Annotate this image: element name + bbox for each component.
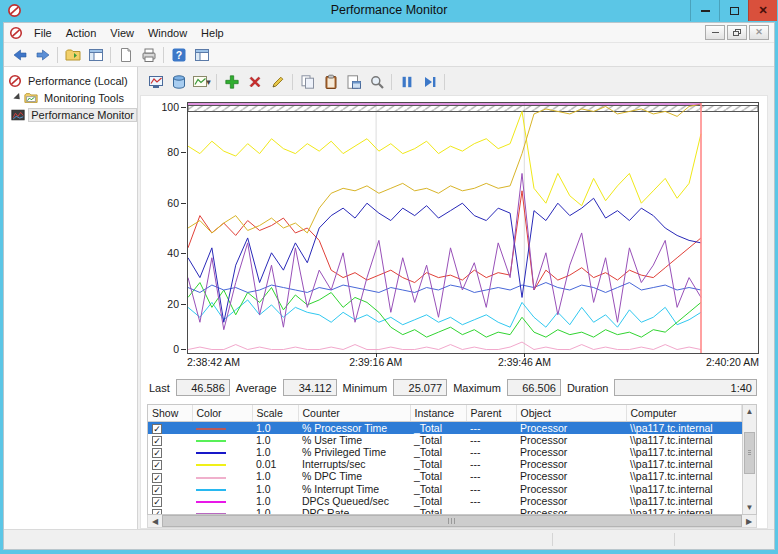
object-cell: Processor <box>516 434 626 446</box>
vertical-scroll-track[interactable] <box>743 418 756 501</box>
maximize-button[interactable] <box>719 0 748 21</box>
scroll-up-arrow-icon[interactable]: ▲ <box>743 405 756 418</box>
tree-item-performance-local-[interactable]: Performance (Local) <box>4 72 137 89</box>
counter-cell: % Privileged Time <box>298 446 410 458</box>
update-data-button[interactable] <box>418 72 441 92</box>
parent-cell: --- <box>466 507 516 515</box>
zoom-button[interactable] <box>365 72 388 92</box>
x-axis-tick-label: 2:40:20 AM <box>706 356 759 368</box>
counter-row[interactable]: ✓1.0DPCs Queued/sec_Total---Processor\\p… <box>148 495 742 507</box>
x-axis-tick <box>376 353 377 357</box>
show-checkbox[interactable]: ✓ <box>152 424 162 434</box>
column-header-parent[interactable]: Parent <box>466 405 516 421</box>
counter-cell: % DPC Time <box>298 470 410 482</box>
counter-row[interactable]: ✓1.0% DPC Time_Total---Processor\\pa117.… <box>148 470 742 482</box>
tree-item-monitoring-tools[interactable]: Monitoring Tools <box>4 89 137 106</box>
help-icon: ? <box>171 47 187 63</box>
vertical-scroll-thumb[interactable] <box>744 432 755 474</box>
delete-button[interactable] <box>243 72 266 92</box>
show-checkbox[interactable]: ✓ <box>152 436 162 446</box>
view-log-data-button[interactable] <box>167 72 190 92</box>
counter-row[interactable]: ✓1.0% Privileged Time_Total---Processor\… <box>148 446 742 458</box>
counter-row[interactable]: ✓1.0% User Time_Total---Processor\\pa117… <box>148 434 742 446</box>
counter-row[interactable]: ✓1.0% Interrupt Time_Total---Processor\\… <box>148 483 742 495</box>
tree-item-performance-monitor[interactable]: Performance Monitor <box>4 106 137 123</box>
menu-item-window[interactable]: Window <box>141 24 194 42</box>
freeze-display-button[interactable] <box>395 72 418 92</box>
back-icon <box>12 47 28 63</box>
horizontal-scroll-thumb[interactable] <box>162 515 742 527</box>
back-button[interactable] <box>8 45 31 65</box>
column-header-object[interactable]: Object <box>516 405 626 421</box>
title-bar[interactable]: Performance Monitor ✕ <box>0 0 778 22</box>
status-bar-separator <box>674 533 675 546</box>
column-header-show[interactable]: Show <box>148 405 192 421</box>
counter-row[interactable]: ✓1.0% Processor Time_Total---Processor\\… <box>148 421 742 434</box>
view-current-activity-button[interactable] <box>144 72 167 92</box>
legend-horizontal-scrollbar[interactable]: ◀ ▶ <box>147 515 757 528</box>
scroll-left-arrow-icon[interactable]: ◀ <box>148 515 162 527</box>
stat-value-last: 46.586 <box>176 379 230 396</box>
dropdown-caret-icon[interactable]: ▾ <box>206 77 211 87</box>
print-button[interactable] <box>137 45 160 65</box>
tree-expander-icon[interactable] <box>13 93 22 102</box>
legend-vertical-scrollbar[interactable]: ▲ ▼ <box>742 405 756 514</box>
pagegear-icon <box>346 74 362 90</box>
scale-cell: 1.0 <box>252 421 298 434</box>
object-cell: Processor <box>516 446 626 458</box>
computer-cell: \\pa117.tc.internal <box>626 483 742 495</box>
highlight-button[interactable] <box>266 72 289 92</box>
menu-item-action[interactable]: Action <box>59 24 104 42</box>
scroll-down-arrow-icon[interactable]: ▼ <box>743 501 756 514</box>
child-restore-button[interactable] <box>727 25 747 40</box>
child-close-button[interactable]: ✕ <box>749 25 769 40</box>
minimize-button[interactable] <box>690 0 719 21</box>
color-sample <box>196 477 226 479</box>
menu-item-file[interactable]: File <box>27 24 59 42</box>
stat-label-last: Last <box>149 382 170 394</box>
time-bar <box>188 106 758 112</box>
help-button[interactable]: ? <box>167 45 190 65</box>
counter-row[interactable]: ✓1.0DPC Rate_Total---Processor\\pa117.tc… <box>148 507 742 515</box>
plus-icon <box>224 74 240 90</box>
add-counters-button[interactable] <box>220 72 243 92</box>
show-checkbox[interactable]: ✓ <box>152 460 162 470</box>
show-checkbox[interactable]: ✓ <box>152 448 162 458</box>
properties-button[interactable] <box>342 72 365 92</box>
x-axis-tick-label: 2:38:42 AM <box>187 356 240 368</box>
column-header-counter[interactable]: Counter <box>298 405 410 421</box>
toolbar-separator <box>110 47 111 63</box>
properties-button[interactable] <box>114 45 137 65</box>
menu-item-view[interactable]: View <box>103 24 141 42</box>
menu-bar: FileActionViewWindowHelp ✕ <box>4 23 774 43</box>
column-header-computer[interactable]: Computer <box>626 405 742 421</box>
close-button[interactable]: ✕ <box>748 0 777 21</box>
y-axis-tick-label: 40 <box>167 247 179 259</box>
column-header-scale[interactable]: Scale <box>252 405 298 421</box>
counter-row[interactable]: ✓0.01Interrupts/sec_Total---Processor\\p… <box>148 458 742 470</box>
copy-properties-button[interactable] <box>296 72 319 92</box>
magnifier-icon <box>369 74 385 90</box>
column-header-color[interactable]: Color <box>192 405 252 421</box>
forward-button[interactable] <box>31 45 54 65</box>
show-checkbox[interactable]: ✓ <box>152 485 162 495</box>
maximize-icon <box>730 7 739 15</box>
export-button[interactable] <box>61 45 84 65</box>
menu-item-help[interactable]: Help <box>194 24 231 42</box>
scroll-right-arrow-icon[interactable]: ▶ <box>742 515 756 527</box>
toolbar-separator <box>57 47 58 63</box>
show-checkbox[interactable]: ✓ <box>152 497 162 507</box>
stat-label-minimum: Minimum <box>343 382 388 394</box>
show-hide-console-tree-button[interactable] <box>84 45 107 65</box>
show-checkbox[interactable]: ✓ <box>152 473 162 483</box>
series-line <box>188 173 701 329</box>
counter-cell: DPCs Queued/sec <box>298 495 410 507</box>
column-header-instance[interactable]: Instance <box>410 405 466 421</box>
new-window-button[interactable] <box>190 45 213 65</box>
change-graph-type-button[interactable]: ▾ <box>190 72 213 92</box>
toolbar-separator <box>292 74 293 90</box>
folderchart-icon <box>24 91 38 105</box>
paste-counter-list-button[interactable] <box>319 72 342 92</box>
value-bar: Last46.586Average34.112Minimum25.077Maxi… <box>145 370 759 400</box>
child-minimize-button[interactable] <box>705 25 725 40</box>
